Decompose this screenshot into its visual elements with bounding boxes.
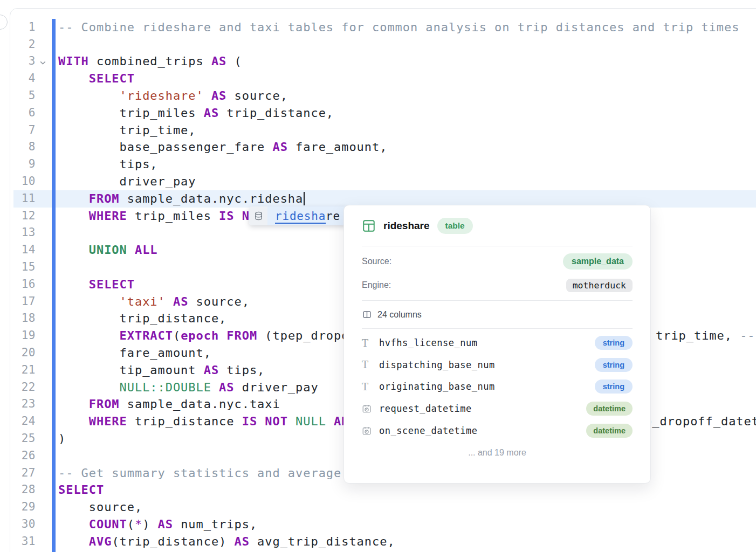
code-text: FROM sample_data.nyc.ridesha xyxy=(58,190,305,208)
line-number: 4 xyxy=(10,70,36,87)
code-text: driver_pay xyxy=(58,173,196,190)
meta-label: Source: xyxy=(362,257,391,266)
column-row: Tdispatching_base_numstring xyxy=(362,354,633,376)
line-number: 13 xyxy=(10,224,36,242)
code-line-5[interactable]: 5 'rideshare' AS source, xyxy=(10,87,756,105)
line-number: 14 xyxy=(10,242,36,259)
line-number: 20 xyxy=(10,344,36,362)
line-number: 28 xyxy=(10,481,36,499)
column-type-badge: datetime xyxy=(586,402,633,416)
code-line-3[interactable]: 3WITH combined_trips AS ( xyxy=(10,53,756,70)
line-number: 22 xyxy=(10,379,36,396)
line-number: 2 xyxy=(10,36,36,53)
meta-value-badge: sample_data xyxy=(563,253,633,270)
code-text: WITH combined_trips AS ( xyxy=(58,53,242,70)
table-type-badge: table xyxy=(437,218,473,234)
columns-count-label: 24 columns xyxy=(377,310,422,320)
code-line-31[interactable]: 31 AVG(trip_distance) AS avg_trip_distan… xyxy=(10,533,756,550)
autocomplete-match-text: ridesha xyxy=(275,210,326,223)
text-type-icon: T xyxy=(362,359,379,370)
code-text-fragment: p_dropoff_datet xyxy=(644,413,756,430)
column-row: request_datetimedatetime xyxy=(362,398,633,420)
table-meta-row: Source:sample_data xyxy=(362,250,633,273)
code-text: 'taxi' AS source, xyxy=(58,293,250,310)
autocomplete-item-rideshare[interactable]: rideshare xyxy=(267,206,348,225)
code-text: trip_time, xyxy=(58,122,196,139)
line-number: 29 xyxy=(10,499,36,516)
line-number: 10 xyxy=(10,173,36,190)
datetime-type-icon xyxy=(362,426,379,436)
code-line-32[interactable]: 32 AVG(trip_time) AS avg_trip_time, xyxy=(10,550,756,552)
code-line-6[interactable]: 6 trip_miles AS trip_distance, xyxy=(10,105,756,122)
column-name: originating_base_num xyxy=(379,381,595,392)
code-text: base_passenger_fare AS fare_amount, xyxy=(58,139,387,156)
code-text: source, xyxy=(58,499,142,516)
columns-count-row: 24 columns xyxy=(362,301,633,329)
autocomplete-rest-text: re xyxy=(326,210,340,223)
text-type-icon: T xyxy=(362,337,379,349)
line-number: 11 xyxy=(10,190,36,208)
code-text: tip_amount AS tips, xyxy=(58,362,265,379)
database-icon xyxy=(249,206,267,225)
code-text: 'rideshare' AS source, xyxy=(58,87,288,105)
line-number: 15 xyxy=(10,259,36,276)
code-text-fragment: trip_time, -- xyxy=(656,327,755,344)
line-number: 7 xyxy=(10,122,36,139)
columns-icon xyxy=(362,309,372,320)
clipped-side-button xyxy=(0,15,8,30)
code-text: fare_amount, xyxy=(58,344,211,362)
code-text: AVG(trip_distance) AS avg_trip_distance, xyxy=(58,533,395,550)
table-meta-row: Engine:motherduck xyxy=(362,273,633,297)
code-text: NULL::DOUBLE AS driver_pay xyxy=(58,379,319,396)
code-line-2[interactable]: 2 xyxy=(10,36,756,53)
code-line-10[interactable]: 10 driver_pay xyxy=(10,173,756,190)
column-name: dispatching_base_num xyxy=(379,360,595,370)
line-number: 5 xyxy=(10,87,36,105)
line-number: 6 xyxy=(10,105,36,122)
code-line-1[interactable]: 1-- Combine rideshare and taxi tables fo… xyxy=(10,19,756,36)
column-type-badge: string xyxy=(595,380,633,394)
column-row: Thvfhs_license_numstring xyxy=(362,332,633,354)
code-line-28[interactable]: 28SELECT xyxy=(10,481,756,499)
table-name: rideshare xyxy=(383,220,430,232)
table-popup-header: rideshare table xyxy=(362,205,633,246)
line-number: 18 xyxy=(10,310,36,327)
code-line-9[interactable]: 9 tips, xyxy=(10,156,756,173)
table-meta-section: Source:sample_dataEngine:motherduck xyxy=(362,246,633,301)
autocomplete-popup: rideshare xyxy=(249,206,348,225)
line-number: 16 xyxy=(10,276,36,293)
line-number: 25 xyxy=(10,430,36,447)
code-line-29[interactable]: 29 source, xyxy=(10,499,756,516)
code-text: EXTRACT(epoch FROM (tpep_dropof xyxy=(58,327,357,344)
line-number: 21 xyxy=(10,362,36,379)
column-row: on_scene_datetimedatetime xyxy=(362,419,633,441)
code-line-30[interactable]: 30 COUNT(*) AS num_trips, xyxy=(10,516,756,533)
line-number: 1 xyxy=(10,19,36,36)
code-line-8[interactable]: 8 base_passenger_fare AS fare_amount, xyxy=(10,139,756,156)
table-info-popup: rideshare table Source:sample_dataEngine… xyxy=(343,205,651,484)
code-text: SELECT xyxy=(58,70,135,87)
column-name: request_datetime xyxy=(379,403,586,414)
columns-list: Thvfhs_license_numstringTdispatching_bas… xyxy=(362,329,633,441)
line-number: 27 xyxy=(10,465,36,482)
column-type-badge: string xyxy=(595,358,633,372)
table-icon xyxy=(362,219,376,233)
code-line-4[interactable]: 4 SELECT xyxy=(10,70,756,87)
code-text: FROM sample_data.nyc.taxi xyxy=(58,396,280,413)
line-number: 12 xyxy=(10,208,36,225)
text-cursor xyxy=(304,192,305,205)
code-text: COUNT(*) AS num_trips, xyxy=(58,516,257,533)
line-number: 26 xyxy=(10,447,36,465)
chevron-down-icon[interactable] xyxy=(39,58,48,67)
line-number: 9 xyxy=(10,156,36,173)
meta-value-badge: motherduck xyxy=(566,279,633,292)
line-number: 24 xyxy=(10,413,36,430)
column-type-badge: datetime xyxy=(586,424,633,438)
text-type-icon: T xyxy=(362,381,379,392)
code-line-7[interactable]: 7 trip_time, xyxy=(10,122,756,139)
code-text: UNION ALL xyxy=(58,242,158,259)
column-type-badge: string xyxy=(595,336,633,350)
column-name: hvfhs_license_num xyxy=(379,337,595,348)
meta-label: Engine: xyxy=(362,280,391,290)
column-name: on_scene_datetime xyxy=(379,425,586,436)
